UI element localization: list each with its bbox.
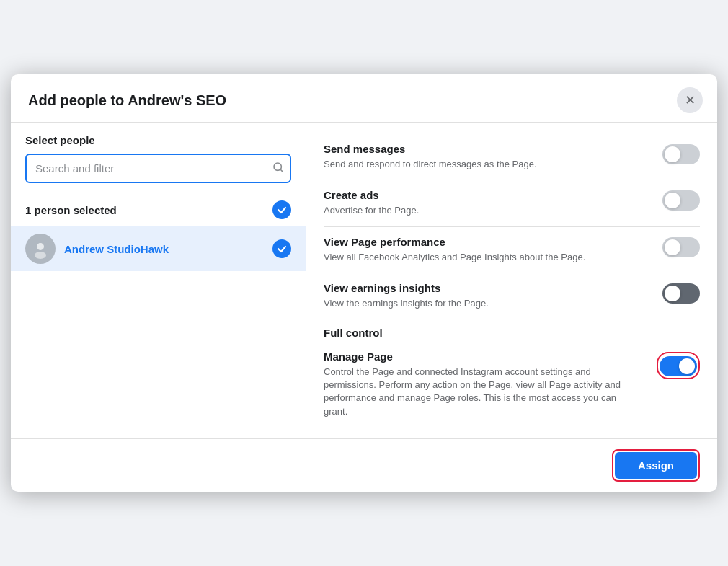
svg-point-3	[35, 252, 46, 259]
permission-send-messages: Send messages Send and respond to direct…	[324, 134, 700, 180]
permission-title-view-performance: View Page performance	[324, 236, 648, 248]
modal-header: Add people to Andrew's SEO ✕	[11, 74, 717, 123]
full-control-label: Full control	[324, 319, 700, 342]
close-button[interactable]: ✕	[677, 87, 703, 113]
assign-button[interactable]: Assign	[615, 452, 697, 479]
permission-create-ads: Create ads Advertise for the Page.	[324, 180, 700, 226]
permission-earnings-insights: View earnings insights View the earnings…	[324, 273, 700, 319]
svg-line-1	[280, 169, 283, 172]
selected-check-icon	[272, 200, 291, 219]
close-icon: ✕	[685, 92, 696, 108]
svg-point-2	[37, 243, 44, 250]
search-wrapper	[25, 154, 291, 183]
select-people-label: Select people	[11, 134, 306, 154]
permission-desc-earnings-insights: View the earnings insights for the Page.	[324, 297, 648, 310]
permission-desc-view-performance: View all Facebook Analytics and Page Ins…	[324, 251, 648, 264]
modal-title: Add people to Andrew's SEO	[28, 92, 226, 109]
permission-manage-page: Manage Page Control the Page and connect…	[324, 342, 700, 427]
permission-title-manage-page: Manage Page	[324, 350, 642, 363]
modal-body: Select people 1 person selected	[11, 123, 717, 438]
add-people-modal: Add people to Andrew's SEO ✕ Select peop…	[11, 74, 717, 492]
avatar	[25, 234, 56, 264]
search-icon	[272, 162, 284, 176]
toggle-manage-page[interactable]	[660, 356, 697, 376]
permission-desc-manage-page: Control the Page and connected Instagram…	[324, 366, 642, 418]
left-panel: Select people 1 person selected	[11, 123, 306, 438]
permission-title-earnings-insights: View earnings insights	[324, 282, 648, 294]
selected-count-text: 1 person selected	[25, 204, 117, 216]
modal-footer: Assign	[11, 438, 717, 492]
toggle-create-ads[interactable]	[662, 190, 700, 211]
person-check-icon	[272, 239, 291, 258]
right-panel: Send messages Send and respond to direct…	[306, 123, 717, 438]
manage-page-toggle-highlight	[657, 352, 700, 379]
selected-count-row: 1 person selected	[11, 193, 306, 226]
permission-view-performance: View Page performance View all Facebook …	[324, 227, 700, 273]
toggle-earnings-insights[interactable]	[662, 283, 700, 304]
permission-desc-send-messages: Send and respond to direct messages as t…	[324, 158, 648, 171]
person-name: Andrew StudioHawk	[64, 243, 264, 255]
toggle-view-performance[interactable]	[662, 237, 700, 257]
person-row[interactable]: Andrew StudioHawk	[11, 226, 306, 271]
assign-button-highlight: Assign	[612, 449, 700, 482]
permission-title-send-messages: Send messages	[324, 143, 648, 155]
permission-title-create-ads: Create ads	[324, 189, 648, 201]
permission-desc-create-ads: Advertise for the Page.	[324, 204, 648, 217]
toggle-send-messages[interactable]	[662, 144, 700, 164]
search-input[interactable]	[25, 154, 291, 183]
